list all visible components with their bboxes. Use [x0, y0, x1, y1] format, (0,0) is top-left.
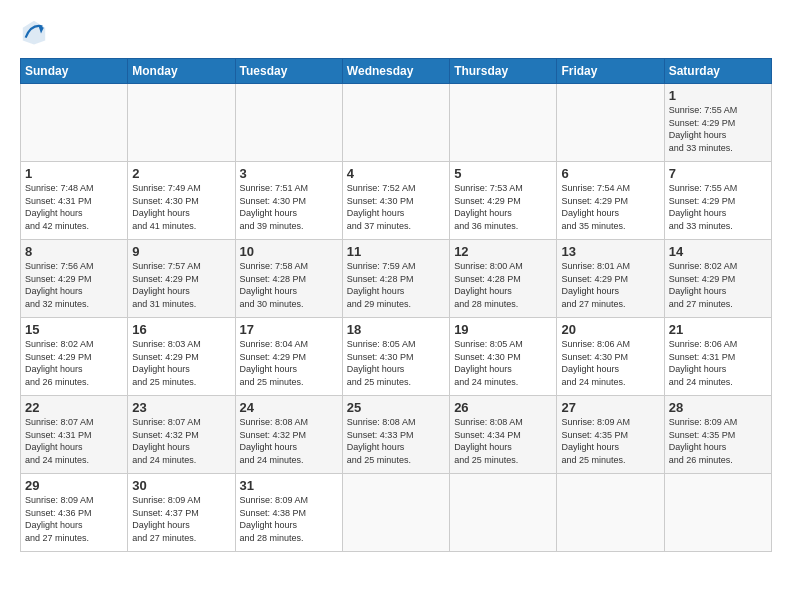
calendar-cell: 14 Sunrise: 8:02 AMSunset: 4:29 PMDaylig…	[664, 240, 771, 318]
day-number: 3	[240, 166, 338, 181]
calendar-cell: 29 Sunrise: 8:09 AMSunset: 4:36 PMDaylig…	[21, 474, 128, 552]
day-info: Sunrise: 7:49 AMSunset: 4:30 PMDaylight …	[132, 183, 201, 231]
day-info: Sunrise: 8:09 AMSunset: 4:35 PMDaylight …	[669, 417, 738, 465]
day-number: 29	[25, 478, 123, 493]
calendar-cell	[450, 84, 557, 162]
calendar-cell: 31 Sunrise: 8:09 AMSunset: 4:38 PMDaylig…	[235, 474, 342, 552]
calendar-cell: 12 Sunrise: 8:00 AMSunset: 4:28 PMDaylig…	[450, 240, 557, 318]
day-number: 31	[240, 478, 338, 493]
day-header-saturday: Saturday	[664, 59, 771, 84]
day-info: Sunrise: 8:08 AMSunset: 4:33 PMDaylight …	[347, 417, 416, 465]
calendar-cell: 25 Sunrise: 8:08 AMSunset: 4:33 PMDaylig…	[342, 396, 449, 474]
day-info: Sunrise: 8:05 AMSunset: 4:30 PMDaylight …	[347, 339, 416, 387]
day-info: Sunrise: 7:52 AMSunset: 4:30 PMDaylight …	[347, 183, 416, 231]
day-header-monday: Monday	[128, 59, 235, 84]
day-number: 25	[347, 400, 445, 415]
calendar-cell: 20 Sunrise: 8:06 AMSunset: 4:30 PMDaylig…	[557, 318, 664, 396]
page: SundayMondayTuesdayWednesdayThursdayFrid…	[0, 0, 792, 612]
day-number: 2	[132, 166, 230, 181]
day-number: 9	[132, 244, 230, 259]
day-info: Sunrise: 8:00 AMSunset: 4:28 PMDaylight …	[454, 261, 523, 309]
calendar-cell	[664, 474, 771, 552]
calendar-cell: 26 Sunrise: 8:08 AMSunset: 4:34 PMDaylig…	[450, 396, 557, 474]
day-number: 14	[669, 244, 767, 259]
calendar-cell: 13 Sunrise: 8:01 AMSunset: 4:29 PMDaylig…	[557, 240, 664, 318]
day-number: 11	[347, 244, 445, 259]
calendar-cell: 17 Sunrise: 8:04 AMSunset: 4:29 PMDaylig…	[235, 318, 342, 396]
calendar-cell: 4 Sunrise: 7:52 AMSunset: 4:30 PMDayligh…	[342, 162, 449, 240]
day-header-tuesday: Tuesday	[235, 59, 342, 84]
calendar-cell: 18 Sunrise: 8:05 AMSunset: 4:30 PMDaylig…	[342, 318, 449, 396]
calendar-week-3: 15 Sunrise: 8:02 AMSunset: 4:29 PMDaylig…	[21, 318, 772, 396]
calendar: SundayMondayTuesdayWednesdayThursdayFrid…	[20, 58, 772, 552]
day-number: 27	[561, 400, 659, 415]
day-info: Sunrise: 7:48 AMSunset: 4:31 PMDaylight …	[25, 183, 94, 231]
calendar-cell: 8 Sunrise: 7:56 AMSunset: 4:29 PMDayligh…	[21, 240, 128, 318]
calendar-cell: 21 Sunrise: 8:06 AMSunset: 4:31 PMDaylig…	[664, 318, 771, 396]
day-header-thursday: Thursday	[450, 59, 557, 84]
calendar-body: 1 Sunrise: 7:55 AMSunset: 4:29 PMDayligh…	[21, 84, 772, 552]
svg-marker-0	[23, 21, 45, 45]
calendar-cell: 30 Sunrise: 8:09 AMSunset: 4:37 PMDaylig…	[128, 474, 235, 552]
calendar-cell: 1 Sunrise: 7:48 AMSunset: 4:31 PMDayligh…	[21, 162, 128, 240]
day-number: 19	[454, 322, 552, 337]
day-info: Sunrise: 7:53 AMSunset: 4:29 PMDaylight …	[454, 183, 523, 231]
day-info: Sunrise: 8:01 AMSunset: 4:29 PMDaylight …	[561, 261, 630, 309]
day-number: 24	[240, 400, 338, 415]
day-info: Sunrise: 8:04 AMSunset: 4:29 PMDaylight …	[240, 339, 309, 387]
day-header-wednesday: Wednesday	[342, 59, 449, 84]
day-number: 20	[561, 322, 659, 337]
calendar-cell	[342, 474, 449, 552]
day-info: Sunrise: 8:02 AMSunset: 4:29 PMDaylight …	[669, 261, 738, 309]
calendar-cell: 27 Sunrise: 8:09 AMSunset: 4:35 PMDaylig…	[557, 396, 664, 474]
calendar-cell: 19 Sunrise: 8:05 AMSunset: 4:30 PMDaylig…	[450, 318, 557, 396]
day-info: Sunrise: 8:03 AMSunset: 4:29 PMDaylight …	[132, 339, 201, 387]
day-number: 18	[347, 322, 445, 337]
calendar-cell	[128, 84, 235, 162]
calendar-cell: 16 Sunrise: 8:03 AMSunset: 4:29 PMDaylig…	[128, 318, 235, 396]
day-number: 28	[669, 400, 767, 415]
calendar-week-5: 29 Sunrise: 8:09 AMSunset: 4:36 PMDaylig…	[21, 474, 772, 552]
day-number: 23	[132, 400, 230, 415]
calendar-cell	[450, 474, 557, 552]
day-number: 7	[669, 166, 767, 181]
day-info: Sunrise: 7:59 AMSunset: 4:28 PMDaylight …	[347, 261, 416, 309]
calendar-cell: 1 Sunrise: 7:55 AMSunset: 4:29 PMDayligh…	[664, 84, 771, 162]
calendar-cell: 24 Sunrise: 8:08 AMSunset: 4:32 PMDaylig…	[235, 396, 342, 474]
day-number: 4	[347, 166, 445, 181]
day-info: Sunrise: 8:08 AMSunset: 4:32 PMDaylight …	[240, 417, 309, 465]
day-number: 5	[454, 166, 552, 181]
day-number: 13	[561, 244, 659, 259]
days-header-row: SundayMondayTuesdayWednesdayThursdayFrid…	[21, 59, 772, 84]
calendar-week-4: 22 Sunrise: 8:07 AMSunset: 4:31 PMDaylig…	[21, 396, 772, 474]
day-info: Sunrise: 8:09 AMSunset: 4:36 PMDaylight …	[25, 495, 94, 543]
day-number: 16	[132, 322, 230, 337]
calendar-cell: 22 Sunrise: 8:07 AMSunset: 4:31 PMDaylig…	[21, 396, 128, 474]
day-info: Sunrise: 8:09 AMSunset: 4:35 PMDaylight …	[561, 417, 630, 465]
day-number: 26	[454, 400, 552, 415]
day-number: 21	[669, 322, 767, 337]
calendar-cell: 3 Sunrise: 7:51 AMSunset: 4:30 PMDayligh…	[235, 162, 342, 240]
day-number: 1	[25, 166, 123, 181]
day-info: Sunrise: 8:09 AMSunset: 4:38 PMDaylight …	[240, 495, 309, 543]
day-info: Sunrise: 7:51 AMSunset: 4:30 PMDaylight …	[240, 183, 309, 231]
calendar-week-2: 8 Sunrise: 7:56 AMSunset: 4:29 PMDayligh…	[21, 240, 772, 318]
day-number: 10	[240, 244, 338, 259]
calendar-cell: 15 Sunrise: 8:02 AMSunset: 4:29 PMDaylig…	[21, 318, 128, 396]
day-info: Sunrise: 7:58 AMSunset: 4:28 PMDaylight …	[240, 261, 309, 309]
day-number: 30	[132, 478, 230, 493]
day-info: Sunrise: 7:57 AMSunset: 4:29 PMDaylight …	[132, 261, 201, 309]
day-info: Sunrise: 8:09 AMSunset: 4:37 PMDaylight …	[132, 495, 201, 543]
calendar-week-1: 1 Sunrise: 7:48 AMSunset: 4:31 PMDayligh…	[21, 162, 772, 240]
day-info: Sunrise: 8:06 AMSunset: 4:31 PMDaylight …	[669, 339, 738, 387]
day-number: 12	[454, 244, 552, 259]
day-info: Sunrise: 8:08 AMSunset: 4:34 PMDaylight …	[454, 417, 523, 465]
day-header-friday: Friday	[557, 59, 664, 84]
calendar-cell	[235, 84, 342, 162]
calendar-cell	[21, 84, 128, 162]
header	[20, 18, 772, 46]
day-info: Sunrise: 7:56 AMSunset: 4:29 PMDaylight …	[25, 261, 94, 309]
calendar-cell: 7 Sunrise: 7:55 AMSunset: 4:29 PMDayligh…	[664, 162, 771, 240]
calendar-cell: 6 Sunrise: 7:54 AMSunset: 4:29 PMDayligh…	[557, 162, 664, 240]
calendar-cell: 28 Sunrise: 8:09 AMSunset: 4:35 PMDaylig…	[664, 396, 771, 474]
